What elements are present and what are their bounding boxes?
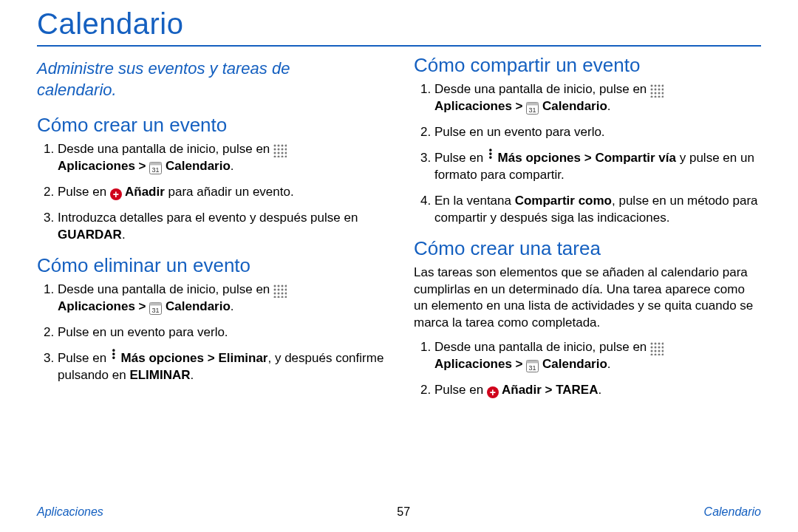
apps-grid-icon: [273, 144, 287, 157]
bold-text: Aplicaciones >: [434, 357, 526, 371]
svg-point-23: [274, 288, 276, 290]
svg-point-50: [651, 96, 653, 98]
step-text: Introduzca detalles para el evento y des…: [58, 211, 358, 225]
bold-text: Calendario: [162, 299, 231, 313]
svg-point-8: [274, 152, 276, 154]
svg-point-21: [282, 284, 284, 287]
svg-point-59: [658, 343, 661, 345]
step-text: Desde una pantalla de inicio, pulse en: [434, 340, 650, 354]
bold-text: Calendario: [539, 99, 607, 113]
svg-point-6: [282, 149, 284, 151]
apps-grid-icon: [650, 84, 664, 98]
add-plus-icon: +: [110, 188, 122, 200]
task-intro-text: Las tareas son elementos que se añaden a…: [414, 265, 761, 332]
step-text: para añadir un evento.: [165, 185, 294, 199]
svg-point-62: [655, 347, 657, 349]
footer-left: Aplicaciones: [37, 505, 103, 519]
calendar-icon: 31: [526, 102, 539, 115]
section-delete-event: Cómo eliminar un evento: [37, 254, 384, 277]
svg-text:31: 31: [152, 166, 160, 174]
svg-point-61: [651, 347, 653, 349]
svg-point-51: [655, 96, 657, 98]
step-text: .: [122, 228, 126, 242]
step-text: Desde una pantalla de inicio, pulse en: [434, 82, 650, 96]
svg-point-39: [655, 85, 657, 87]
list-item: Desde una pantalla de inicio, pulse en A…: [58, 282, 384, 316]
bold-text: Más opciones > Compartir vía: [494, 151, 676, 165]
bold-text: Compartir como: [515, 194, 612, 208]
list-item: Pulse en un evento para verlo.: [434, 124, 761, 141]
svg-point-5: [278, 149, 280, 151]
bold-text: Calendario: [162, 159, 231, 173]
svg-point-48: [658, 92, 661, 95]
bold-text: Aplicaciones >: [434, 99, 526, 113]
svg-point-27: [274, 292, 276, 294]
apps-grid-icon: [650, 342, 664, 355]
add-plus-icon: +: [487, 386, 499, 398]
svg-point-68: [662, 350, 664, 352]
list-item: Pulse en ••• Más opciones > Compartir ví…: [434, 150, 761, 184]
svg-point-26: [285, 288, 287, 290]
svg-point-30: [285, 292, 287, 294]
svg-text:31: 31: [152, 307, 160, 314]
svg-text:31: 31: [529, 364, 536, 372]
svg-point-15: [285, 156, 287, 158]
page-footer: Aplicaciones 57 Calendario: [37, 505, 761, 519]
svg-point-57: [651, 343, 653, 345]
footer-page-number: 57: [397, 505, 410, 519]
svg-point-49: [662, 92, 664, 95]
svg-point-31: [274, 296, 276, 298]
bold-text: GUARDAR: [58, 228, 122, 242]
svg-point-71: [658, 354, 661, 356]
section-share-event: Cómo compartir un evento: [414, 54, 761, 77]
svg-point-19: [274, 284, 276, 287]
svg-point-20: [278, 284, 280, 287]
svg-point-9: [278, 152, 280, 154]
calendar-icon: 31: [149, 162, 162, 174]
svg-point-41: [662, 85, 664, 87]
svg-point-28: [278, 292, 280, 294]
svg-point-60: [662, 343, 664, 345]
step-text: En la ventana: [434, 194, 515, 208]
section-create-task: Cómo crear una tarea: [414, 237, 761, 260]
svg-point-66: [655, 350, 657, 352]
steps-delete-event: Desde una pantalla de inicio, pulse en A…: [37, 282, 384, 384]
svg-point-40: [658, 85, 661, 87]
right-column: Cómo compartir un evento Desde una panta…: [414, 54, 761, 408]
svg-point-24: [278, 288, 280, 290]
svg-point-47: [655, 92, 657, 95]
bold-text: ELIMINAR: [129, 368, 190, 382]
list-item: Pulse en ••• Más opciones > Eliminar, y …: [58, 350, 384, 384]
step-text: .: [191, 368, 194, 382]
svg-point-1: [278, 145, 280, 147]
svg-point-14: [282, 156, 284, 158]
svg-point-63: [658, 347, 661, 349]
more-options-icon: •••: [110, 349, 117, 359]
footer-right: Calendario: [704, 505, 761, 519]
apps-grid-icon: [273, 284, 287, 298]
steps-create-task: Desde una pantalla de inicio, pulse en A…: [414, 339, 761, 399]
svg-point-64: [662, 347, 664, 349]
list-item: Pulse en + Añadir > TAREA.: [434, 382, 761, 399]
svg-point-46: [651, 92, 653, 95]
svg-point-22: [285, 284, 287, 287]
list-item: Pulse en + Añadir para añadir un evento.: [58, 184, 384, 201]
svg-point-72: [662, 354, 664, 356]
bold-text: Añadir > TAREA: [499, 383, 598, 397]
bold-text: Añadir: [122, 185, 165, 199]
svg-point-0: [274, 145, 276, 147]
step-text: .: [231, 159, 234, 173]
step-text: Pulse en: [434, 383, 487, 397]
title-divider: [37, 45, 761, 47]
step-text: .: [607, 99, 611, 113]
svg-point-70: [655, 354, 657, 356]
step-text: .: [607, 357, 611, 371]
list-item: En la ventana Compartir como, pulse en u…: [434, 193, 761, 227]
svg-point-58: [655, 343, 657, 345]
svg-point-42: [651, 89, 653, 91]
svg-point-33: [282, 296, 284, 298]
left-column: Administre sus eventos y tareas de calen…: [37, 54, 384, 408]
list-item: Pulse en un evento para verlo.: [58, 324, 384, 341]
svg-point-2: [282, 145, 284, 147]
svg-point-69: [651, 354, 653, 356]
